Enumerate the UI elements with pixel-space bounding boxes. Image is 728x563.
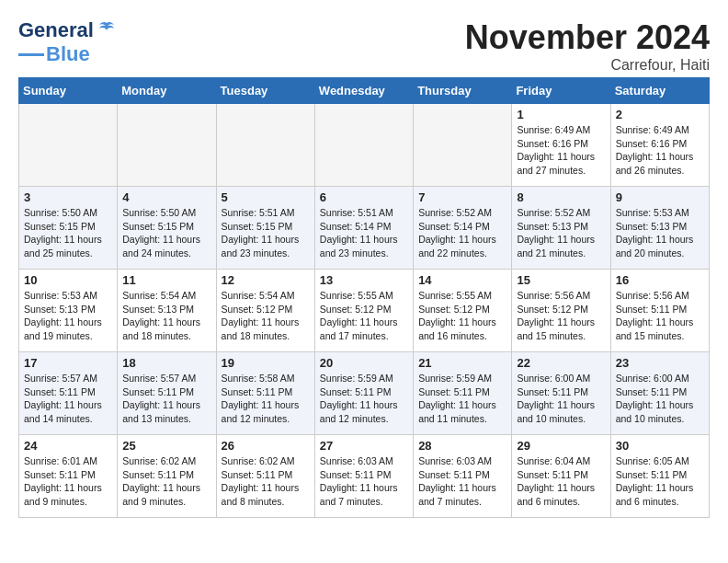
day-number: 24 bbox=[24, 439, 112, 453]
calendar-cell-w4-d0: 17Sunrise: 5:57 AM Sunset: 5:11 PM Dayli… bbox=[19, 352, 118, 435]
calendar-cell-w3-d5: 15Sunrise: 5:56 AM Sunset: 5:12 PM Dayli… bbox=[512, 270, 610, 352]
calendar-cell-w5-d2: 26Sunrise: 6:02 AM Sunset: 5:11 PM Dayli… bbox=[216, 435, 314, 518]
day-info: Sunrise: 6:00 AM Sunset: 5:11 PM Dayligh… bbox=[517, 372, 605, 426]
day-number: 13 bbox=[320, 273, 408, 287]
day-number: 23 bbox=[616, 356, 704, 370]
day-info: Sunrise: 5:59 AM Sunset: 5:11 PM Dayligh… bbox=[320, 372, 408, 426]
calendar-cell-w2-d4: 7Sunrise: 5:52 AM Sunset: 5:14 PM Daylig… bbox=[414, 187, 512, 270]
logo-bird-icon bbox=[96, 19, 118, 41]
calendar-cell-w2-d1: 4Sunrise: 5:50 AM Sunset: 5:15 PM Daylig… bbox=[118, 187, 216, 270]
calendar-cell-w4-d4: 21Sunrise: 5:59 AM Sunset: 5:11 PM Dayli… bbox=[414, 352, 512, 435]
calendar-cell-w5-d6: 30Sunrise: 6:05 AM Sunset: 5:11 PM Dayli… bbox=[610, 435, 709, 518]
calendar-cell-w4-d1: 18Sunrise: 5:57 AM Sunset: 5:11 PM Dayli… bbox=[118, 352, 216, 435]
calendar-cell-w1-d0 bbox=[19, 104, 118, 187]
day-number: 4 bbox=[122, 190, 210, 204]
calendar-header-row: Sunday Monday Tuesday Wednesday Thursday… bbox=[19, 78, 710, 104]
day-info: Sunrise: 5:59 AM Sunset: 5:11 PM Dayligh… bbox=[418, 372, 506, 426]
day-number: 9 bbox=[616, 190, 704, 204]
day-number: 18 bbox=[122, 356, 210, 370]
logo-text-blue: Blue bbox=[46, 42, 90, 66]
day-number: 12 bbox=[222, 273, 310, 287]
day-info: Sunrise: 5:52 AM Sunset: 5:13 PM Dayligh… bbox=[517, 206, 605, 260]
day-number: 5 bbox=[222, 190, 310, 204]
calendar-cell-w5-d5: 29Sunrise: 6:04 AM Sunset: 5:11 PM Dayli… bbox=[512, 435, 610, 518]
day-info: Sunrise: 5:58 AM Sunset: 5:11 PM Dayligh… bbox=[222, 372, 310, 426]
calendar-cell-w1-d5: 1Sunrise: 6:49 AM Sunset: 6:16 PM Daylig… bbox=[512, 104, 610, 187]
logo: General Blue bbox=[18, 18, 118, 66]
calendar-table: Sunday Monday Tuesday Wednesday Thursday… bbox=[18, 77, 710, 518]
day-number: 6 bbox=[320, 190, 408, 204]
day-info: Sunrise: 5:53 AM Sunset: 5:13 PM Dayligh… bbox=[24, 289, 112, 343]
day-info: Sunrise: 5:57 AM Sunset: 5:11 PM Dayligh… bbox=[122, 372, 210, 426]
calendar-cell-w2-d3: 6Sunrise: 5:51 AM Sunset: 5:14 PM Daylig… bbox=[314, 187, 413, 270]
day-info: Sunrise: 6:49 AM Sunset: 6:16 PM Dayligh… bbox=[517, 123, 605, 178]
calendar-cell-w2-d6: 9Sunrise: 5:53 AM Sunset: 5:13 PM Daylig… bbox=[610, 187, 709, 270]
day-number: 30 bbox=[616, 439, 704, 453]
calendar-cell-w4-d6: 23Sunrise: 6:00 AM Sunset: 5:11 PM Dayli… bbox=[610, 352, 709, 435]
day-info: Sunrise: 6:03 AM Sunset: 5:11 PM Dayligh… bbox=[320, 454, 408, 509]
day-info: Sunrise: 6:01 AM Sunset: 5:11 PM Dayligh… bbox=[24, 454, 112, 509]
week-row-2: 3Sunrise: 5:50 AM Sunset: 5:15 PM Daylig… bbox=[19, 187, 710, 270]
title-area: November 2024 Carrefour, Haiti bbox=[465, 18, 710, 74]
day-number: 20 bbox=[320, 356, 408, 370]
week-row-4: 17Sunrise: 5:57 AM Sunset: 5:11 PM Dayli… bbox=[19, 352, 710, 435]
calendar-cell-w1-d4 bbox=[414, 104, 512, 187]
day-info: Sunrise: 5:55 AM Sunset: 5:12 PM Dayligh… bbox=[320, 289, 408, 343]
calendar-cell-w3-d0: 10Sunrise: 5:53 AM Sunset: 5:13 PM Dayli… bbox=[19, 270, 118, 352]
day-info: Sunrise: 5:53 AM Sunset: 5:13 PM Dayligh… bbox=[616, 206, 704, 260]
day-info: Sunrise: 5:50 AM Sunset: 5:15 PM Dayligh… bbox=[122, 206, 210, 260]
day-info: Sunrise: 6:04 AM Sunset: 5:11 PM Dayligh… bbox=[517, 454, 605, 509]
calendar-cell-w5-d0: 24Sunrise: 6:01 AM Sunset: 5:11 PM Dayli… bbox=[19, 435, 118, 518]
calendar-cell-w2-d5: 8Sunrise: 5:52 AM Sunset: 5:13 PM Daylig… bbox=[512, 187, 610, 270]
day-info: Sunrise: 6:49 AM Sunset: 6:16 PM Dayligh… bbox=[616, 123, 704, 178]
day-info: Sunrise: 6:03 AM Sunset: 5:11 PM Dayligh… bbox=[418, 454, 506, 509]
calendar-cell-w3-d4: 14Sunrise: 5:55 AM Sunset: 5:12 PM Dayli… bbox=[414, 270, 512, 352]
day-info: Sunrise: 5:52 AM Sunset: 5:14 PM Dayligh… bbox=[418, 206, 506, 260]
header-saturday: Saturday bbox=[610, 78, 709, 104]
calendar-cell-w1-d1 bbox=[118, 104, 216, 187]
header-thursday: Thursday bbox=[414, 78, 512, 104]
header-tuesday: Tuesday bbox=[216, 78, 314, 104]
header-friday: Friday bbox=[512, 78, 610, 104]
day-info: Sunrise: 5:55 AM Sunset: 5:12 PM Dayligh… bbox=[418, 289, 506, 343]
day-number: 8 bbox=[517, 190, 605, 204]
day-number: 22 bbox=[517, 356, 605, 370]
header-sunday: Sunday bbox=[19, 78, 118, 104]
day-number: 15 bbox=[517, 273, 605, 287]
header: General Blue November 2024 Carrefour, Ha… bbox=[18, 18, 710, 74]
calendar-cell-w4-d2: 19Sunrise: 5:58 AM Sunset: 5:11 PM Dayli… bbox=[216, 352, 314, 435]
day-number: 21 bbox=[418, 356, 506, 370]
header-monday: Monday bbox=[118, 78, 216, 104]
calendar-cell-w1-d6: 2Sunrise: 6:49 AM Sunset: 6:16 PM Daylig… bbox=[610, 104, 709, 187]
calendar-cell-w5-d1: 25Sunrise: 6:02 AM Sunset: 5:11 PM Dayli… bbox=[118, 435, 216, 518]
calendar-cell-w3-d1: 11Sunrise: 5:54 AM Sunset: 5:13 PM Dayli… bbox=[118, 270, 216, 352]
day-info: Sunrise: 5:56 AM Sunset: 5:12 PM Dayligh… bbox=[517, 289, 605, 343]
calendar-cell-w2-d0: 3Sunrise: 5:50 AM Sunset: 5:15 PM Daylig… bbox=[19, 187, 118, 270]
day-info: Sunrise: 6:00 AM Sunset: 5:11 PM Dayligh… bbox=[616, 372, 704, 426]
calendar-cell-w3-d6: 16Sunrise: 5:56 AM Sunset: 5:11 PM Dayli… bbox=[610, 270, 709, 352]
week-row-5: 24Sunrise: 6:01 AM Sunset: 5:11 PM Dayli… bbox=[19, 435, 710, 518]
day-info: Sunrise: 6:05 AM Sunset: 5:11 PM Dayligh… bbox=[616, 454, 704, 509]
calendar-cell-w4-d3: 20Sunrise: 5:59 AM Sunset: 5:11 PM Dayli… bbox=[314, 352, 413, 435]
calendar-cell-w1-d3 bbox=[314, 104, 413, 187]
day-number: 28 bbox=[418, 439, 506, 453]
day-info: Sunrise: 5:57 AM Sunset: 5:11 PM Dayligh… bbox=[24, 372, 112, 426]
day-info: Sunrise: 5:56 AM Sunset: 5:11 PM Dayligh… bbox=[616, 289, 704, 343]
calendar-cell-w2-d2: 5Sunrise: 5:51 AM Sunset: 5:15 PM Daylig… bbox=[216, 187, 314, 270]
week-row-1: 1Sunrise: 6:49 AM Sunset: 6:16 PM Daylig… bbox=[19, 104, 710, 187]
day-number: 26 bbox=[222, 439, 310, 453]
day-number: 1 bbox=[517, 108, 605, 121]
logo-divider bbox=[18, 53, 44, 56]
calendar-cell-w4-d5: 22Sunrise: 6:00 AM Sunset: 5:11 PM Dayli… bbox=[512, 352, 610, 435]
calendar-cell-w5-d3: 27Sunrise: 6:03 AM Sunset: 5:11 PM Dayli… bbox=[314, 435, 413, 518]
day-info: Sunrise: 6:02 AM Sunset: 5:11 PM Dayligh… bbox=[122, 454, 210, 509]
day-number: 27 bbox=[320, 439, 408, 453]
calendar-cell-w3-d2: 12Sunrise: 5:54 AM Sunset: 5:12 PM Dayli… bbox=[216, 270, 314, 352]
calendar-cell-w3-d3: 13Sunrise: 5:55 AM Sunset: 5:12 PM Dayli… bbox=[314, 270, 413, 352]
day-info: Sunrise: 5:54 AM Sunset: 5:13 PM Dayligh… bbox=[122, 289, 210, 343]
month-title: November 2024 bbox=[465, 18, 710, 57]
day-info: Sunrise: 6:02 AM Sunset: 5:11 PM Dayligh… bbox=[222, 454, 310, 509]
day-number: 7 bbox=[418, 190, 506, 204]
day-info: Sunrise: 5:51 AM Sunset: 5:15 PM Dayligh… bbox=[222, 206, 310, 260]
day-number: 29 bbox=[517, 439, 605, 453]
